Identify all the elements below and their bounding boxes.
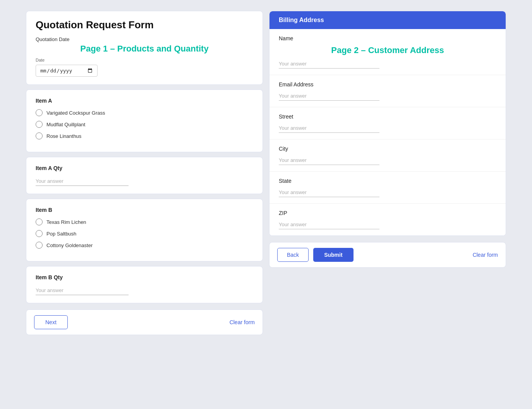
right-bottom-left: Back Submit [277,248,354,262]
item-a-qty-input[interactable] [36,177,129,186]
left-clear-form-button[interactable]: Clear form [230,319,255,325]
item-b-option-2[interactable]: Pop Saltbush [36,230,253,237]
title-card: Quotation Request Form Quotation Date Pa… [26,11,263,85]
item-a-radio-3[interactable] [36,132,43,139]
billing-email-label: Email Address [279,81,496,88]
page1-label: Page 1 – Products and Quantity [36,44,253,54]
billing-street-input[interactable] [279,124,379,133]
next-button[interactable]: Next [34,315,68,329]
item-b-option-2-label: Pop Saltbush [46,231,76,237]
left-panel: Quotation Request Form Quotation Date Pa… [26,11,263,335]
billing-header: Billing Address [269,11,506,29]
billing-name-label: Name [279,35,496,41]
billing-street-field: Street [269,107,506,139]
left-bottom-bar: Next Clear form [26,309,263,335]
form-title: Quotation Request Form [36,19,253,31]
item-b-label: Item B [36,207,253,213]
billing-zip-input[interactable] [279,220,379,229]
billing-email-field: Email Address [269,75,506,107]
item-a-option-3[interactable]: Rose Linanthus [36,132,253,139]
right-bottom-bar: Back Submit Clear form [269,242,506,268]
item-a-label: Item A [36,98,253,104]
date-sublabel: Date [36,58,253,62]
billing-zip-label: ZIP [279,210,496,216]
item-a-card: Item A Varigated Cockspur Grass Mudflat … [26,89,263,152]
item-b-option-1[interactable]: Texas Rim Lichen [36,218,253,225]
billing-street-label: Street [279,113,496,120]
item-b-qty-input[interactable] [36,286,129,295]
item-a-radio-1[interactable] [36,109,43,116]
billing-city-field: City [269,139,506,172]
billing-city-input[interactable] [279,156,379,165]
billing-city-label: City [279,146,496,152]
item-b-qty-card: Item B Qty [26,266,263,303]
billing-wrapper: Billing Address Name Page 2 – Customer A… [269,11,506,236]
item-a-option-2-label: Mudflat Quillplant [46,122,85,127]
item-b-radio-2[interactable] [36,230,43,237]
billing-state-field: State [269,172,506,204]
item-b-qty-label: Item B Qty [36,274,253,280]
item-a-option-1-label: Varigated Cockspur Grass [46,110,105,116]
right-panel: Billing Address Name Page 2 – Customer A… [269,11,506,335]
submit-button[interactable]: Submit [313,248,353,262]
billing-name-field: Name Page 2 – Customer Address [269,29,506,75]
item-b-card: Item B Texas Rim Lichen Pop Saltbush Cot… [26,199,263,261]
item-b-option-3[interactable]: Cottony Goldenaster [36,242,253,249]
item-a-qty-label: Item A Qty [36,165,253,171]
billing-email-input[interactable] [279,91,379,101]
item-a-option-2[interactable]: Mudflat Quillplant [36,121,253,128]
page2-label: Page 2 – Customer Address [279,45,496,55]
billing-state-label: State [279,178,496,184]
item-a-option-3-label: Rose Linanthus [46,133,81,139]
item-a-option-1[interactable]: Varigated Cockspur Grass [36,109,253,116]
billing-state-input[interactable] [279,188,379,197]
item-a-radio-2[interactable] [36,121,43,128]
quotation-date-label: Quotation Date [36,36,253,42]
item-b-radio-1[interactable] [36,218,43,225]
item-b-option-3-label: Cottony Goldenaster [46,242,93,248]
billing-name-input[interactable] [279,59,379,69]
page-wrapper: Quotation Request Form Quotation Date Pa… [26,11,506,335]
back-button[interactable]: Back [277,248,309,262]
item-a-qty-card: Item A Qty [26,157,263,194]
item-b-radio-3[interactable] [36,242,43,249]
right-clear-form-button[interactable]: Clear form [473,252,498,258]
date-input[interactable] [36,65,98,77]
billing-zip-field: ZIP [269,204,506,235]
item-b-option-1-label: Texas Rim Lichen [46,219,86,225]
